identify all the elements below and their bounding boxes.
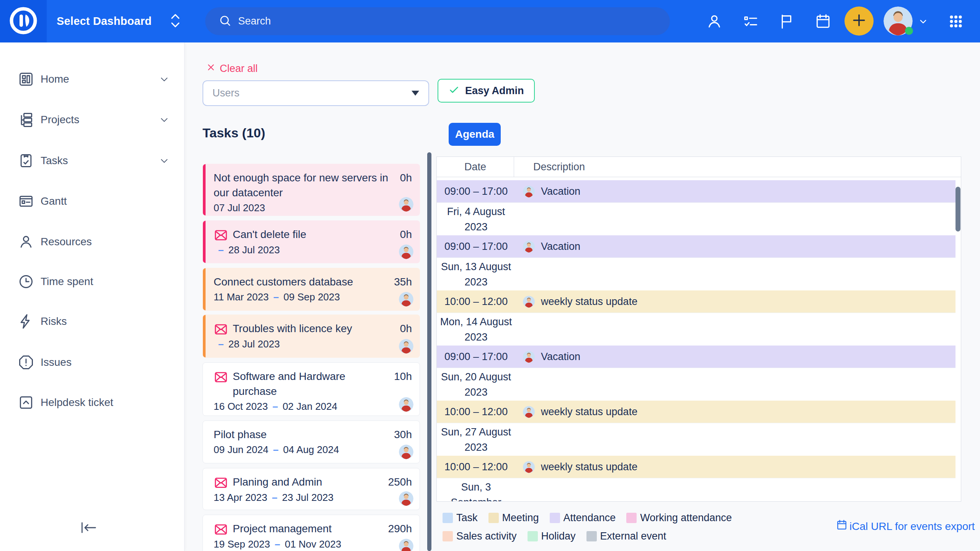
sidebar-item-projects[interactable]: Projects: [0, 106, 185, 134]
task-card[interactable]: Planing and Admin 250h 13 Apr 2023 – 23 …: [203, 468, 420, 510]
dashboard-selector[interactable]: Select Dashboard: [57, 0, 181, 42]
agenda-event-row[interactable]: 10:00 – 12:00 weekly status update: [437, 401, 956, 423]
agenda-event-row[interactable]: 09:00 – 17:00 Vacation: [437, 235, 956, 258]
event-description: Vacation: [541, 351, 580, 363]
chevron-down-icon[interactable]: [158, 114, 170, 126]
task-title: Project management: [233, 521, 388, 536]
task-title: Planing and Admin: [233, 474, 388, 489]
sidebar-item-label: Helpdesk ticket: [41, 396, 113, 409]
agenda-event-row[interactable]: 10:00 – 12:00 weekly status update: [437, 290, 956, 313]
task-card[interactable]: Software and Hardware purchase 10h 16 Oc…: [203, 362, 420, 416]
task-card[interactable]: Connect customers database 35h 11 Mar 20…: [203, 268, 420, 311]
search-bar[interactable]: [205, 7, 670, 35]
easy-admin-label: Easy Admin: [465, 85, 524, 97]
agenda-day-label: Sun, 3 September: [437, 479, 515, 502]
task-card[interactable]: Pilot phase 30h 09 Jun 2024 – 04 Aug 202…: [203, 421, 420, 463]
date-dash: –: [218, 244, 224, 256]
date-dash: –: [273, 401, 278, 412]
agenda-button[interactable]: Agenda: [449, 123, 501, 146]
sidebar-item-time-spent[interactable]: Time spent: [0, 268, 185, 295]
clear-all-label: Clear all: [220, 63, 258, 75]
agenda-day-row: Sun, 20 August 2023: [437, 368, 956, 401]
envelope-icon: [214, 228, 228, 242]
easy-admin-filter-chip[interactable]: Easy Admin: [438, 79, 535, 103]
task-card[interactable]: Can't delete file 0h – 28 Jul 2023: [203, 220, 420, 263]
sidebar-item-home[interactable]: Home: [0, 65, 185, 93]
gantt-icon: [18, 193, 34, 210]
sidebar-item-label: Issues: [41, 356, 72, 368]
dropdown-caret-icon: [412, 91, 419, 96]
agenda-day-label: Mon, 14 August 2023: [437, 314, 515, 345]
ical-export-link[interactable]: iCal URL for events export: [836, 519, 975, 534]
sidebar-item-label: Projects: [41, 114, 79, 126]
sidebar-item-risks[interactable]: Risks: [0, 308, 185, 335]
agenda-day-label: Sun, 20 August 2023: [437, 369, 515, 400]
flag-icon[interactable]: [778, 13, 795, 30]
task-start-date: 07 Jul 2023: [214, 202, 265, 214]
agenda-event-row[interactable]: 09:00 – 17:00 Vacation: [437, 180, 956, 202]
users-filter-select[interactable]: Users: [203, 80, 429, 106]
chevron-down-icon[interactable]: [918, 16, 928, 27]
avatar: [523, 241, 535, 253]
date-dash: –: [274, 538, 280, 550]
tasks-icon: [18, 152, 34, 169]
task-title: Can't delete file: [233, 227, 400, 242]
task-title: Software and Hardware purchase: [233, 369, 394, 399]
agenda-event-row[interactable]: 10:00 – 12:00 weekly status update: [437, 456, 956, 478]
sidebar-item-label: Risks: [41, 315, 67, 328]
event-description: weekly status update: [541, 296, 637, 308]
app-logo[interactable]: [0, 0, 47, 42]
sidebar-item-helpdesk-ticket[interactable]: Helpdesk ticket: [0, 389, 185, 416]
checklist-icon[interactable]: [742, 13, 760, 30]
task-dates: 09 Jun 2024 – 04 Aug 2024: [214, 444, 412, 456]
task-end-date: 23 Jul 2023: [282, 492, 333, 504]
legend-label: Holiday: [541, 530, 576, 542]
ical-export-label: iCal URL for events export: [849, 520, 975, 533]
sidebar-item-label: Resources: [41, 236, 92, 248]
users-filter-placeholder: Users: [212, 87, 412, 99]
tasks-scrollbar[interactable]: [427, 152, 431, 551]
search-icon: [218, 14, 232, 29]
event-time: 10:00 – 12:00: [437, 461, 515, 473]
sidebar-item-resources[interactable]: Resources: [0, 228, 185, 256]
avatar: [399, 339, 413, 354]
sidebar-item-gantt[interactable]: Gantt: [0, 187, 185, 215]
easy-software-logo-icon: [8, 5, 39, 37]
task-card[interactable]: Project management 290h 19 Sep 2023 – 01…: [203, 515, 420, 551]
task-card[interactable]: Not enough space for new servers in our …: [203, 164, 420, 216]
task-start-date: 19 Sep 2023: [214, 538, 270, 550]
task-end-date: 28 Jul 2023: [228, 244, 279, 256]
user-icon[interactable]: [706, 13, 723, 30]
calendar-icon[interactable]: [814, 13, 832, 30]
agenda-event-row[interactable]: 09:00 – 17:00 Vacation: [437, 346, 956, 368]
agenda-table: Date Description 09:00 – 17:00 Vacation …: [436, 156, 961, 502]
event-time: 09:00 – 17:00: [437, 351, 515, 363]
event-time: 10:00 – 12:00: [437, 296, 515, 308]
add-button[interactable]: [844, 7, 874, 36]
date-dash: –: [273, 444, 278, 456]
check-icon: [448, 84, 460, 97]
close-icon: [206, 62, 216, 75]
sidebar-item-tasks[interactable]: Tasks: [0, 147, 185, 174]
sidebar-item-issues[interactable]: Issues: [0, 349, 185, 376]
task-end-date: 28 Jul 2023: [228, 338, 279, 350]
legend-item-sales-activity: Sales activity: [443, 530, 517, 542]
sidebar-collapse-button[interactable]: [79, 520, 98, 535]
agenda-scrollbar[interactable]: [956, 187, 960, 231]
envelope-icon: [214, 322, 228, 336]
clear-all-button[interactable]: Clear all: [206, 62, 258, 75]
avatar: [523, 461, 535, 473]
chevron-expand-icon: [169, 12, 181, 31]
legend-swatch: [528, 531, 538, 541]
chevron-down-icon[interactable]: [158, 155, 170, 166]
task-card[interactable]: Troubles with licence key 0h – 28 Jul 20…: [203, 315, 420, 358]
apps-grid-icon[interactable]: [947, 13, 965, 30]
legend-item-external-event: External event: [586, 530, 666, 542]
task-title: Troubles with licence key: [233, 321, 400, 336]
legend-item-holiday: Holiday: [528, 530, 576, 542]
task-dates: 11 Mar 2023 – 09 Sep 2023: [214, 291, 412, 303]
legend-swatch: [443, 513, 453, 523]
event-time: 09:00 – 17:00: [437, 241, 515, 253]
chevron-down-icon[interactable]: [158, 73, 170, 85]
search-input[interactable]: [238, 15, 583, 27]
